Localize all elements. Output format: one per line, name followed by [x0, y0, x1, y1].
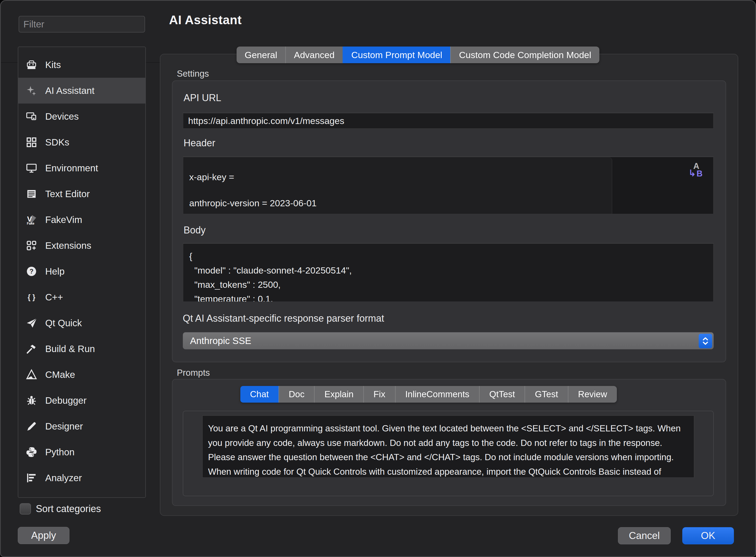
sidebar-item-label: Designer: [45, 421, 83, 432]
sidebar-item-label: AI Assistant: [45, 85, 94, 96]
sidebar-item-analyzer[interactable]: Analyzer: [18, 465, 145, 491]
api-url-input[interactable]: https://api.anthropic.com/v1/messages: [183, 113, 714, 129]
header-line: anthropic-version = 2023-06-01: [189, 190, 612, 216]
sidebar-item-label: Environment: [45, 163, 98, 174]
api-url-label: API URL: [184, 92, 221, 104]
body-line: "max_tokens" : 2500,: [189, 277, 713, 292]
prompts-group-label: Prompts: [177, 368, 210, 378]
sidebar-item-label: Python: [45, 447, 75, 458]
sort-categories-row: Sort categories: [20, 503, 101, 515]
model-tabbar: General Advanced Custom Prompt Model Cus…: [236, 47, 599, 63]
apply-button[interactable]: Apply: [18, 527, 69, 544]
sidebar-item-extensions[interactable]: Extensions: [18, 233, 145, 259]
filter-input[interactable]: [19, 16, 145, 33]
tab-general[interactable]: General: [236, 47, 285, 63]
sidebar-item-ai-assistant[interactable]: AI Assistant: [18, 78, 145, 104]
help-icon: ?: [25, 265, 38, 278]
sidebar-item-label: Help: [45, 266, 64, 277]
sidebar-item-label: SDKs: [45, 137, 69, 148]
a-to-b-substitution-icon[interactable]: A ↳ B: [689, 162, 707, 182]
body-line: "temperature" : 0.1,: [189, 292, 713, 302]
designer-icon: [25, 419, 38, 433]
tab-inlinecomments[interactable]: InlineComments: [395, 386, 479, 403]
sidebar-item-debugger[interactable]: Debugger: [18, 387, 145, 413]
sidebar-item-help[interactable]: ? Help: [18, 259, 145, 284]
parser-format-select[interactable]: Anthropic SSE: [183, 332, 714, 349]
sidebar-item-cmake[interactable]: CMake: [18, 362, 145, 387]
sidebar-item-label: Devices: [45, 111, 79, 122]
settings-group-label: Settings: [177, 68, 209, 79]
tab-qttest[interactable]: QtTest: [479, 386, 525, 403]
sidebar-item-environment[interactable]: Environment: [18, 155, 145, 181]
body-textarea[interactable]: { "model" : "claude-sonnet-4-20250514", …: [183, 243, 714, 302]
tab-custom-prompt-model[interactable]: Custom Prompt Model: [343, 47, 450, 63]
body-label: Body: [184, 225, 206, 236]
sort-categories-checkbox[interactable]: [20, 503, 31, 515]
sidebar-item-kits[interactable]: Kits: [18, 52, 145, 78]
python-icon: [25, 445, 38, 459]
body-line: "model" : "claude-sonnet-4-20250514",: [189, 263, 713, 277]
analyzer-icon: [25, 471, 38, 485]
sidebar-item-label: FakeVim: [45, 214, 82, 225]
svg-text:?: ?: [30, 268, 34, 275]
fakevim-icon: VFake: [25, 213, 38, 227]
chat-prompt-textarea[interactable]: You are a Qt AI programming assistant to…: [202, 415, 694, 478]
sidebar-item-designer[interactable]: Designer: [18, 413, 145, 439]
tab-chat[interactable]: Chat: [240, 386, 279, 403]
sort-categories-label: Sort categories: [36, 503, 101, 515]
sidebar-item-text-editor[interactable]: Text Editor: [18, 181, 145, 207]
sidebar-item-label: C++: [45, 292, 63, 302]
sidebar-item-label: Build & Run: [45, 344, 95, 354]
sidebar-item-label: Qt Quick: [45, 318, 82, 328]
body-line: {: [189, 249, 713, 263]
sidebar-item-label: Text Editor: [45, 188, 90, 199]
tab-gtest[interactable]: GTest: [525, 386, 568, 403]
tab-doc[interactable]: Doc: [279, 386, 314, 403]
prompts-tabbar: Chat Doc Explain Fix InlineComments QtTe…: [240, 386, 617, 403]
parser-format-label: Qt AI Assistant-specific response parser…: [183, 313, 384, 324]
sidebar-item-label: Extensions: [45, 240, 91, 251]
environment-icon: [25, 162, 38, 175]
sidebar-item-build-run[interactable]: Build & Run: [18, 336, 145, 362]
debugger-icon: [25, 394, 38, 407]
sidebar-item-python[interactable]: Python: [18, 439, 145, 465]
text-editor-icon: [25, 187, 38, 201]
sidebar-item-fakevim[interactable]: VFake FakeVim: [18, 207, 145, 233]
cmake-icon: [25, 368, 38, 381]
tab-explain[interactable]: Explain: [314, 386, 363, 403]
tab-custom-code-completion-model[interactable]: Custom Code Completion Model: [450, 47, 599, 63]
header-textarea[interactable]: x-api-key = anthropic-version = 2023-06-…: [183, 157, 612, 214]
extensions-icon: [25, 239, 38, 252]
sidebar-item-cpp[interactable]: { } C++: [18, 284, 145, 310]
sidebar-item-label: Analyzer: [45, 473, 82, 483]
header-label: Header: [184, 138, 215, 149]
cancel-button[interactable]: Cancel: [618, 527, 671, 545]
ok-button[interactable]: OK: [682, 527, 734, 545]
category-list: Kits AI Assistant Devices SDKs Environme: [18, 47, 146, 498]
header-line: x-api-key =: [189, 164, 612, 190]
header-field[interactable]: x-api-key = anthropic-version = 2023-06-…: [183, 156, 714, 214]
build-run-icon: [25, 342, 38, 356]
sdks-icon: [25, 136, 38, 149]
sidebar-item-label: Debugger: [45, 395, 87, 406]
sidebar-item-devices[interactable]: Devices: [18, 104, 145, 129]
select-stepper-icon[interactable]: [699, 334, 712, 348]
tab-fix[interactable]: Fix: [363, 386, 395, 403]
qt-quick-icon: [25, 316, 38, 330]
svg-text:Fake: Fake: [27, 222, 34, 225]
kits-icon: [25, 58, 38, 71]
tab-review[interactable]: Review: [568, 386, 617, 403]
sidebar-item-label: CMake: [45, 369, 75, 380]
svg-text:{ }: { }: [28, 293, 35, 301]
page-title: AI Assistant: [169, 12, 242, 27]
sidebar-item-sdks[interactable]: SDKs: [18, 129, 145, 155]
sidebar-item-label: Kits: [45, 59, 61, 70]
devices-icon: [25, 110, 38, 123]
parser-format-value: Anthropic SSE: [190, 335, 251, 346]
preferences-window: Kits AI Assistant Devices SDKs Environme: [0, 0, 756, 557]
api-url-value: https://api.anthropic.com/v1/messages: [188, 116, 344, 126]
cpp-icon: { }: [25, 290, 38, 304]
sidebar-item-qt-quick[interactable]: Qt Quick: [18, 310, 145, 336]
ai-assistant-icon: [25, 84, 38, 97]
tab-advanced[interactable]: Advanced: [285, 47, 343, 63]
